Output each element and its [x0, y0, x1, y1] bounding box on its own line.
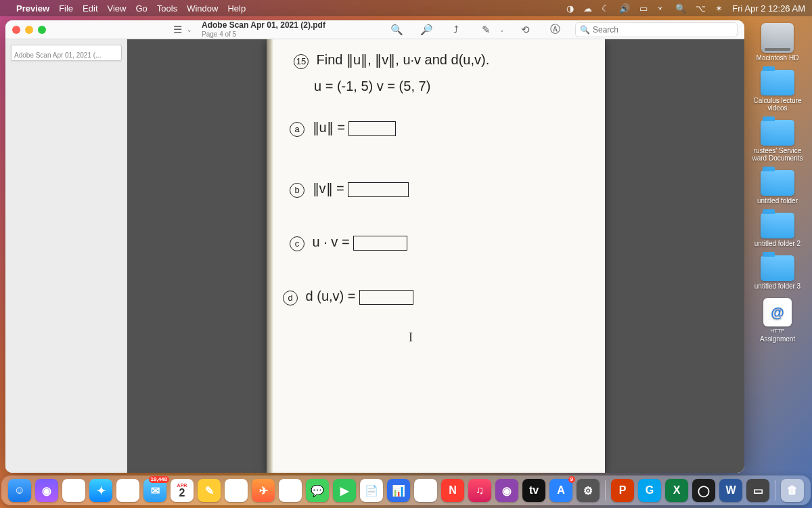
desktop-macintosh-hd[interactable]: Macintosh HD	[747, 23, 808, 62]
highlight-button[interactable]: Ⓐ	[545, 22, 564, 38]
dock-app-dark[interactable]: ▭	[746, 479, 769, 502]
dock-trash[interactable]: 🗑	[781, 479, 804, 502]
desktop-label: untitled folder 2	[754, 240, 800, 247]
thumbnail-item[interactable]: Adobe Scan Apr 01, 2021 (...	[11, 45, 122, 61]
page-indicator: Page 4 of 5	[202, 30, 325, 38]
dock-keynote[interactable]: 📊	[387, 479, 410, 502]
part-c-text: u · v =	[313, 234, 350, 249]
menu-bar: Preview File Edit View Go Tools Window H…	[0, 0, 812, 16]
appstore-badge: 9	[568, 476, 575, 483]
minimize-button[interactable]	[25, 26, 33, 34]
dock-mail[interactable]: ✉ 19,448	[143, 479, 166, 502]
dock-launchpad[interactable]: ▦	[62, 479, 85, 502]
hard-drive-icon	[761, 23, 794, 53]
dock-office[interactable]: 📄	[360, 479, 383, 502]
status-dnd-icon[interactable]: ☾	[602, 3, 610, 14]
desktop-label: untitled folder	[757, 197, 798, 205]
desktop-folder-untitled-2[interactable]: untitled folder 2	[747, 213, 808, 247]
dock-chrome[interactable]: ◯	[116, 479, 139, 502]
folder-icon	[761, 213, 794, 238]
dock-safari[interactable]: ✦	[89, 479, 112, 502]
menu-clock[interactable]: Fri Apr 2 12:26 AM	[732, 3, 805, 14]
window-titlebar: ☰ ⌄ Adobe Scan Apr 01, 2021 (2).pdf Page…	[5, 20, 744, 39]
search-field-wrap[interactable]: 🔍	[575, 22, 738, 37]
dock-appstore[interactable]: A 9	[549, 479, 572, 502]
part-b-label: b	[290, 183, 304, 198]
markup-button[interactable]: ✎	[476, 22, 495, 38]
sidebar-toggle-button[interactable]: ☰	[168, 22, 187, 38]
dock-word[interactable]: W	[719, 479, 742, 502]
part-d-text: d (u,v) =	[306, 289, 356, 303]
dock-app-g[interactable]: G	[638, 479, 661, 502]
dock-finder[interactable]: ☺	[8, 479, 31, 502]
dock-siri[interactable]: ◉	[35, 479, 58, 502]
dock-excel[interactable]: X	[665, 479, 688, 502]
app-name[interactable]: Preview	[16, 3, 49, 14]
dock-facetime[interactable]: ▶	[333, 479, 356, 502]
dock-calendar[interactable]: APR 2	[171, 479, 194, 502]
status-icon-1[interactable]: ◑	[566, 3, 574, 14]
fullscreen-button[interactable]	[38, 26, 46, 34]
dock-settings[interactable]: ⚙	[577, 479, 600, 502]
status-battery-icon[interactable]: ▭	[639, 3, 648, 14]
part-a-label: a	[290, 122, 304, 137]
menu-file[interactable]: File	[59, 3, 73, 14]
dock-news[interactable]: N	[441, 479, 464, 502]
desktop-folder-untitled-3[interactable]: untitled folder 3	[747, 255, 808, 290]
desktop-icons: Macintosh HD Calculus lecture videos rus…	[747, 23, 808, 343]
desktop-webloc-assignment[interactable]: @ HTTP Assignment	[747, 298, 808, 343]
desktop-folder-trustees[interactable]: rustees' Service ward Documents	[747, 120, 808, 162]
dock-messages[interactable]: 💬	[306, 479, 329, 502]
part-b-text: ‖v‖ =	[313, 181, 344, 196]
menu-tools[interactable]: Tools	[157, 3, 177, 14]
status-user-icon[interactable]: ✶	[715, 3, 723, 14]
desktop-folder-calculus[interactable]: Calculus lecture videos	[747, 70, 808, 112]
search-input[interactable]	[593, 25, 733, 35]
dock-tv[interactable]: tv	[522, 479, 545, 502]
menu-window[interactable]: Window	[187, 3, 218, 14]
dock: ☺ ◉ ▦ ✦ ◯ ✉ 19,448 APR 2 ✎ ☑ ✈ ✿ 💬 ▶ 📄 📊…	[1, 475, 811, 505]
status-spotlight-icon[interactable]: 🔍	[675, 3, 686, 14]
dock-photos[interactable]: ✿	[279, 479, 302, 502]
dock-powerpoint[interactable]: P	[611, 479, 634, 502]
thumbnail-sidebar[interactable]: Adobe Scan Apr 01, 2021 (...	[5, 39, 127, 473]
webloc-icon: @	[763, 298, 792, 326]
status-sound-icon[interactable]: 🔊	[619, 3, 630, 14]
chevron-down-icon[interactable]: ⌄	[499, 26, 505, 33]
dock-notes[interactable]: ✎	[198, 479, 221, 502]
dock-separator	[605, 480, 606, 501]
mail-badge: 19,448	[149, 476, 169, 483]
menu-help[interactable]: Help	[227, 3, 246, 14]
answer-blank	[348, 121, 396, 136]
zoom-out-button[interactable]: 🔍	[387, 22, 406, 38]
document-title-block: Adobe Scan Apr 01, 2021 (2).pdf Page 4 o…	[202, 21, 325, 37]
status-control-center-icon[interactable]: ⌥	[696, 3, 706, 14]
menu-go[interactable]: Go	[135, 3, 147, 14]
chevron-down-icon[interactable]: ⌄	[187, 26, 192, 33]
dock-app-1[interactable]: ◧	[414, 479, 437, 502]
folder-icon	[761, 120, 794, 146]
question-line-1: Find ‖u‖, ‖v‖, u·v and d(u,v).	[317, 52, 490, 67]
dock-podcasts[interactable]: ◉	[495, 479, 518, 502]
desktop-sub: HTTP	[771, 328, 785, 334]
document-canvas[interactable]: 15 Find ‖u‖, ‖v‖, u·v and d(u,v). u = (-…	[127, 39, 744, 473]
dock-reminders[interactable]: ☑	[225, 479, 248, 502]
dock-app-circle[interactable]: ◯	[692, 479, 715, 502]
desktop-label: Assignment	[760, 335, 795, 343]
question-line-2: u = (-1, 5) v = (5, 7)	[314, 79, 430, 94]
answer-blank	[359, 290, 413, 305]
status-cloud-icon[interactable]: ☁	[583, 3, 592, 14]
menu-edit[interactable]: Edit	[83, 3, 97, 14]
zoom-in-button[interactable]: 🔎	[417, 22, 436, 38]
close-button[interactable]	[12, 26, 20, 34]
desktop-label: Macintosh HD	[757, 54, 799, 62]
dock-maps[interactable]: ✈	[252, 479, 275, 502]
menu-view[interactable]: View	[108, 3, 127, 14]
share-button[interactable]: ⤴	[447, 22, 466, 38]
rotate-button[interactable]: ⟲	[516, 22, 535, 38]
status-wifi-icon[interactable]: ᯤ	[657, 3, 666, 14]
dock-music[interactable]: ♫	[468, 479, 491, 502]
part-a-text: ‖u‖ =	[313, 120, 345, 135]
desktop-folder-untitled[interactable]: untitled folder	[747, 170, 808, 205]
answer-blank	[348, 182, 409, 197]
